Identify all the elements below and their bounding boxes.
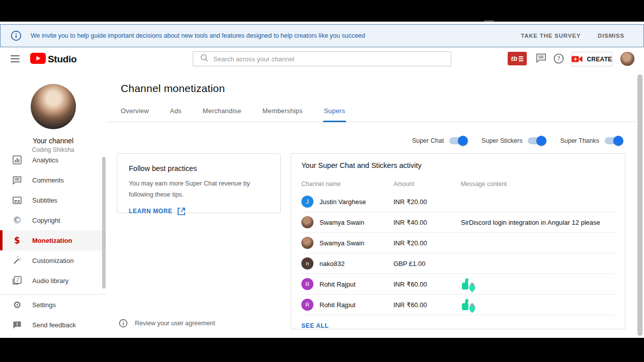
- table-row: Swamya Swain INR ₹20.00: [301, 233, 615, 253]
- main-content: Channel monetization Overview Ads Mercha…: [106, 70, 636, 338]
- youtube-studio-window: We invite you to help guide important de…: [0, 0, 644, 362]
- page-scrollbar-thumb[interactable]: [637, 74, 642, 336]
- message-content: [461, 295, 615, 315]
- sidebar-scrollbar[interactable]: [102, 157, 106, 289]
- amount-value: INR ₹60.00: [393, 301, 461, 309]
- channel-name-link[interactable]: Swamya Swain: [319, 239, 364, 247]
- channel-avatar[interactable]: [31, 84, 76, 129]
- best-practices-body: You may earn more Super Chat revenue by …: [129, 178, 274, 201]
- send-feedback-icon: [12, 321, 22, 329]
- toggle-knob: [536, 136, 546, 146]
- super-stickers-toggle-group: Super Stickers: [481, 137, 545, 144]
- super-thanks-toggle-group: Super Thanks: [560, 137, 622, 144]
- tubebuddy-lines-icon: [519, 56, 523, 61]
- svg-text:♪: ♪: [16, 277, 19, 283]
- sidebar-item-label: Analytics: [32, 156, 58, 164]
- tab-ads[interactable]: Ads: [170, 107, 182, 122]
- sidebar-item-comments[interactable]: Comments: [0, 170, 106, 190]
- audio-library-icon: ♪: [12, 276, 22, 285]
- column-message-content: Message content: [461, 180, 615, 188]
- menu-hamburger-icon[interactable]: [11, 55, 20, 62]
- table-row: n nako832 GBP £1.00: [301, 253, 615, 274]
- survey-banner-actions: TAKE THE SURVEY DISMISS: [521, 33, 624, 39]
- amount-value: GBP £1.00: [393, 260, 461, 267]
- sidebar-item-label: Customization: [32, 257, 73, 264]
- user-agreement-link[interactable]: Review your user agreement: [119, 319, 215, 328]
- sidebar-item-label: Send feedback: [32, 321, 76, 329]
- user-agreement-label: Review your user agreement: [135, 320, 215, 327]
- tab-merchandise[interactable]: Merchandise: [203, 107, 242, 122]
- avatar: [301, 237, 313, 249]
- table-row: R Rohit Rajput INR ₹60.00: [301, 295, 615, 315]
- search-icon: [193, 54, 208, 64]
- workspace: Your channel Coding Shiksha Analytics Co…: [0, 70, 644, 338]
- learn-more-link[interactable]: LEARN MORE: [129, 207, 269, 216]
- sidebar-item-monetization[interactable]: $ Monetization: [0, 230, 106, 250]
- channel-name-link[interactable]: Justin Varghese: [319, 198, 366, 206]
- super-stickers-toggle[interactable]: [528, 137, 545, 144]
- create-button[interactable]: CREATE: [572, 52, 612, 66]
- sidebar-item-label: Copyright: [32, 217, 60, 224]
- sidebar-item-copyright[interactable]: © Copyright: [0, 210, 106, 230]
- sidebar-item-send-feedback[interactable]: Send feedback: [0, 315, 106, 335]
- tab-supers[interactable]: Supers: [324, 107, 345, 122]
- sidebar-item-subtitles[interactable]: Subtitles: [0, 190, 106, 210]
- take-the-survey-button[interactable]: TAKE THE SURVEY: [521, 33, 581, 39]
- best-practices-title: Follow best practices: [129, 164, 269, 172]
- super-thanks-toggle-label: Super Thanks: [560, 137, 599, 144]
- sidebar-menu: Analytics Comments Subtitles © Copyr: [0, 152, 106, 292]
- subtitles-icon: [12, 197, 22, 204]
- tubebuddy-extension-icon[interactable]: tb: [508, 52, 527, 65]
- youtube-studio-logo[interactable]: Studio: [30, 53, 76, 66]
- tab-overview[interactable]: Overview: [121, 107, 149, 122]
- analytics-icon: [12, 155, 22, 164]
- account-avatar[interactable]: [620, 52, 634, 66]
- dismiss-button[interactable]: DISMISS: [598, 33, 624, 39]
- sidebar-item-audio-library[interactable]: ♪ Audio library: [0, 270, 106, 291]
- sidebar-item-customization[interactable]: Customization: [0, 250, 106, 270]
- activity-title: Your Super Chat and Stickers activity: [301, 161, 615, 169]
- super-thanks-toggle[interactable]: [605, 137, 622, 144]
- amount-value: INR ₹40.00: [393, 219, 461, 226]
- avatar: n: [301, 257, 313, 269]
- sidebar-item-label: Settings: [32, 301, 56, 309]
- youtube-play-icon: [30, 53, 46, 66]
- see-all-link[interactable]: SEE ALL: [301, 322, 329, 329]
- channel-name-link[interactable]: nako832: [319, 260, 345, 267]
- channel-name-link[interactable]: Rohit Rajput: [319, 301, 356, 309]
- feedback-bubble-icon[interactable]: [536, 53, 546, 65]
- info-icon: [119, 319, 128, 328]
- top-letterbox-bar: [0, 0, 644, 22]
- super-stickers-toggle-label: Super Stickers: [481, 137, 522, 144]
- super-chat-toggle-group: Super Chat: [412, 137, 466, 144]
- sidebar-footer-menu: ⚙ Settings Send feedback: [0, 295, 106, 335]
- super-chat-toggle-label: Super Chat: [412, 137, 444, 144]
- channel-search: [193, 51, 451, 66]
- sidebar-item-settings[interactable]: ⚙ Settings: [0, 295, 106, 315]
- sidebar-item-analytics[interactable]: Analytics: [0, 152, 106, 170]
- info-icon: [11, 30, 22, 41]
- help-icon[interactable]: ?: [553, 53, 564, 66]
- channel-name-link[interactable]: Swamya Swain: [319, 219, 364, 226]
- table-row: R Rohit Rajput INR ₹60.00: [301, 274, 615, 295]
- amount-value: INR ₹60.00: [393, 281, 461, 288]
- sidebar-item-label: Monetization: [32, 237, 72, 244]
- amount-value: INR ₹20.00: [393, 239, 461, 247]
- activity-table-header: Channel name Amount Message content: [301, 180, 615, 188]
- tab-memberships[interactable]: Memberships: [262, 107, 302, 122]
- monetization-icon: $: [12, 236, 22, 245]
- message-content: [461, 275, 615, 294]
- monetization-tabs: Overview Ads Merchandise Memberships Sup…: [106, 102, 636, 122]
- comments-icon: [12, 176, 22, 185]
- search-input[interactable]: [208, 55, 451, 63]
- survey-banner: We invite you to help guide important de…: [0, 24, 644, 47]
- super-chat-toggle[interactable]: [449, 137, 466, 144]
- supers-tab-underline: [323, 121, 346, 122]
- thumbs-up-sticker: [461, 278, 478, 294]
- activity-card: Your Super Chat and Stickers activity Ch…: [291, 153, 625, 329]
- sidebar-item-label: Subtitles: [32, 197, 57, 204]
- column-channel-name: Channel name: [301, 180, 393, 188]
- amount-value: INR ₹20.00: [393, 198, 461, 206]
- app-header: Studio tb ? CREATE: [0, 47, 644, 70]
- channel-name-link[interactable]: Rohit Rajput: [319, 281, 356, 288]
